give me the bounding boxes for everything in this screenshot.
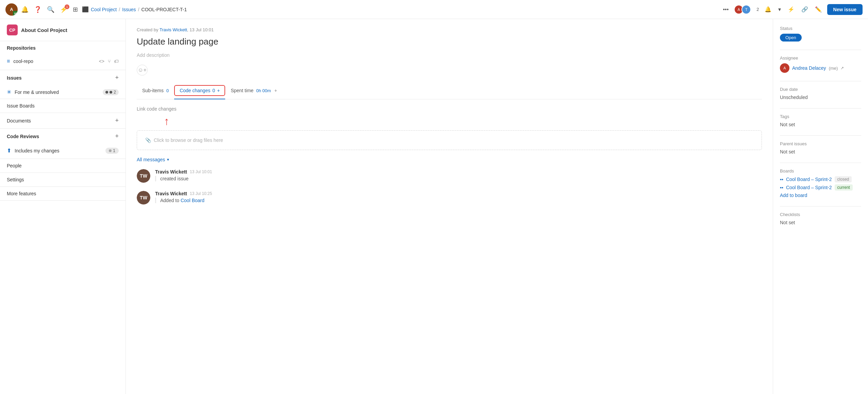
message-item-2: TW Travis Wickett 13 Jul 10:25 Added to … bbox=[137, 191, 762, 204]
parent-issues-value[interactable]: Not set bbox=[780, 149, 861, 154]
activity-button[interactable]: ⚡ 1 bbox=[60, 6, 67, 13]
sidebar: CP About Cool Project Repositories ≡ coo… bbox=[0, 19, 126, 394]
activity-badge: 1 bbox=[65, 4, 69, 9]
breadcrumb: ⬛ Cool Project / Issues / COOL-PROJECT-T… bbox=[82, 6, 187, 13]
issue-description[interactable]: Add description bbox=[137, 52, 762, 58]
breadcrumb-sep1: / bbox=[119, 7, 120, 12]
issue-creator-link[interactable]: Travis Wickett bbox=[160, 27, 187, 32]
notifications-button[interactable]: 🔔 bbox=[21, 6, 29, 13]
sidebar-section-issues: Issues + ✳ For me & unresolved 2 bbox=[0, 70, 126, 99]
lightning-button[interactable]: ⚡ bbox=[786, 5, 796, 14]
boards-label: Boards bbox=[780, 168, 861, 174]
code-reviews-add-button[interactable]: + bbox=[115, 133, 119, 140]
add-to-board-button[interactable]: Add to board bbox=[780, 193, 861, 198]
topbar-right: ••• A T 2 🔔 ▾ ⚡ 🔗 ✏️ New issue bbox=[721, 4, 863, 15]
status-label: Status bbox=[780, 26, 861, 31]
notifications-bell-button[interactable]: 🔔 bbox=[763, 5, 773, 14]
messages-header[interactable]: All messages ▾ bbox=[137, 157, 762, 162]
sidebar-project[interactable]: CP About Cool Project bbox=[0, 19, 126, 41]
repo-tag-icon[interactable]: 🏷 bbox=[114, 59, 119, 64]
add-button[interactable]: ⊞ bbox=[73, 6, 78, 13]
documents-add-button[interactable]: + bbox=[115, 117, 119, 124]
code-changes-box[interactable]: Code changes 0 + bbox=[174, 85, 225, 96]
assignee-row[interactable]: A Andrea Delacey (me) ↗ bbox=[780, 63, 861, 73]
assignee-avatar: A bbox=[780, 63, 789, 73]
tab-spent-time[interactable]: Spent time 0h 00m + bbox=[225, 84, 282, 97]
topbar: A M 🔔 ❓ 🔍 ⚡ 1 ⊞ ⬛ Cool Project / Issues … bbox=[0, 0, 868, 19]
external-link-icon[interactable]: ↗ bbox=[840, 66, 844, 70]
assignee-label: Assignee bbox=[780, 55, 861, 61]
sidebar-item-documents[interactable]: Documents + bbox=[0, 113, 126, 129]
user-avatar[interactable]: A M bbox=[5, 3, 18, 16]
issues-add-button[interactable]: + bbox=[115, 74, 119, 81]
repo-icon: ≡ bbox=[7, 58, 10, 64]
new-issue-button[interactable]: New issue bbox=[827, 4, 863, 15]
help-button[interactable]: ❓ bbox=[34, 6, 41, 13]
project-badge: CP bbox=[7, 24, 18, 35]
message-body-1: Travis Wickett 13 Jul 10:01 created issu… bbox=[155, 169, 762, 183]
subitem-dot bbox=[109, 149, 112, 152]
search-button[interactable]: 🔍 bbox=[47, 6, 54, 13]
message-content-1: created issue bbox=[155, 176, 762, 181]
repo-actions: <> ⑂ 🏷 bbox=[99, 59, 119, 64]
breadcrumb-issues[interactable]: Issues bbox=[122, 7, 136, 12]
includes-my-changes-label: Includes my changes bbox=[15, 148, 102, 153]
breadcrumb-project[interactable]: Cool Project bbox=[91, 7, 117, 12]
dropdown-button[interactable]: ▾ bbox=[777, 5, 782, 14]
sidebar-item-issue-boards[interactable]: Issue Boards bbox=[0, 99, 126, 113]
board-item-2[interactable]: ▪▪ Cool Board – Sprint-2 current bbox=[780, 184, 861, 191]
board-item-1[interactable]: ▪▪ Cool Board – Sprint-2 closed bbox=[780, 176, 861, 182]
repo-branch-icon[interactable]: ⑂ bbox=[108, 59, 111, 64]
checklists-value[interactable]: Not set bbox=[780, 220, 861, 225]
due-date-label: Due date bbox=[780, 87, 861, 92]
all-messages-label: All messages bbox=[137, 157, 165, 162]
repositories-header[interactable]: Repositories bbox=[0, 41, 126, 55]
sidebar-item-for-me[interactable]: ✳ For me & unresolved 2 bbox=[0, 85, 126, 99]
tab-code-changes[interactable]: Code changes 0 + bbox=[174, 82, 225, 99]
divider-2 bbox=[780, 81, 861, 81]
sidebar-item-settings[interactable]: Settings bbox=[0, 173, 126, 187]
sidebar-section-repositories: Repositories ≡ cool-repo <> ⑂ 🏷 bbox=[0, 41, 126, 70]
board-badge-closed: closed bbox=[835, 176, 852, 182]
issues-label: Issues bbox=[7, 75, 22, 81]
topbar-center: ⬛ Cool Project / Issues / COOL-PROJECT-T… bbox=[82, 6, 717, 13]
sidebar-section-code-reviews: Code Reviews + ⬆ Includes my changes 1 bbox=[0, 129, 126, 159]
main-layout: CP About Cool Project Repositories ≡ coo… bbox=[0, 19, 868, 394]
settings-label: Settings bbox=[7, 177, 24, 182]
issues-count-badge: 2 bbox=[103, 89, 119, 95]
issue-meta: Created by Travis Wickett, 13 Jul 10:01 bbox=[137, 27, 762, 32]
spent-time-add-icon[interactable]: + bbox=[274, 88, 277, 93]
code-reviews-header[interactable]: Code Reviews + bbox=[0, 129, 126, 144]
sidebar-item-more-features[interactable]: More features bbox=[0, 187, 126, 201]
sidebar-item-includes-my-changes[interactable]: ⬆ Includes my changes 1 bbox=[0, 144, 126, 159]
drop-zone[interactable]: 📎 Click to browse or drag files here bbox=[137, 130, 762, 150]
more-options-button[interactable]: ••• bbox=[721, 5, 730, 14]
board-name-1: Cool Board – Sprint-2 bbox=[786, 177, 832, 182]
assignee-me: (me) bbox=[829, 66, 838, 71]
issues-header[interactable]: Issues + bbox=[0, 70, 126, 85]
issue-boards-label: Issue Boards bbox=[7, 103, 35, 109]
emoji-add-button[interactable]: ☺+ bbox=[137, 65, 148, 76]
link-button[interactable]: 🔗 bbox=[800, 5, 809, 14]
avatar-group: A T bbox=[734, 5, 751, 14]
repo-item[interactable]: ≡ cool-repo <> ⑂ 🏷 bbox=[0, 55, 126, 70]
people-label: People bbox=[7, 163, 22, 168]
checklists-label: Checklists bbox=[780, 212, 861, 217]
tags-value[interactable]: Not set bbox=[780, 122, 861, 127]
board-icon-1: ▪▪ bbox=[780, 177, 783, 182]
messages-section: All messages ▾ TW Travis Wickett 13 Jul … bbox=[137, 157, 762, 204]
repo-code-icon[interactable]: <> bbox=[99, 59, 104, 64]
edit-button[interactable]: ✏️ bbox=[814, 5, 823, 14]
issues-item-label: For me & unresolved bbox=[15, 89, 99, 95]
divider-4 bbox=[780, 135, 861, 136]
due-date-value[interactable]: Unscheduled bbox=[780, 95, 861, 100]
message-action-link-2[interactable]: Cool Board bbox=[181, 198, 204, 203]
status-badge[interactable]: Open bbox=[780, 34, 802, 42]
message-header-2: Travis Wickett 13 Jul 10:25 bbox=[155, 191, 762, 196]
badge-dot-2 bbox=[110, 91, 112, 94]
tab-sub-items[interactable]: Sub-items 0 bbox=[137, 84, 174, 97]
topbar-icons: 🔔 ❓ 🔍 ⚡ 1 ⊞ bbox=[21, 6, 78, 13]
avatar-2: T bbox=[741, 5, 751, 14]
divider-3 bbox=[780, 108, 861, 109]
sidebar-item-people[interactable]: People bbox=[0, 159, 126, 173]
